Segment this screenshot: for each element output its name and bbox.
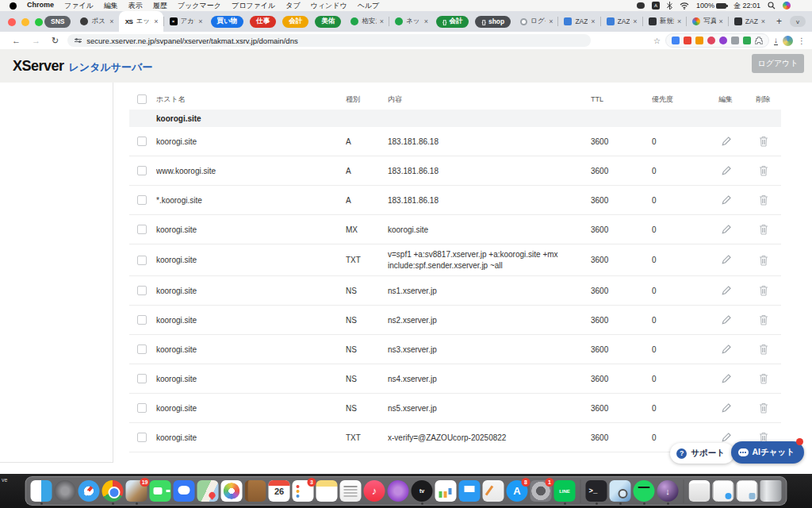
browser-tab-1[interactable]: ポスト× xyxy=(74,11,118,32)
edit-pencil-icon[interactable] xyxy=(718,163,733,179)
extensions-puzzle-icon[interactable] xyxy=(755,37,763,44)
row-checkbox[interactable] xyxy=(137,403,147,413)
chrome-menu-icon[interactable]: ⋮ xyxy=(798,37,806,45)
row-checkbox[interactable] xyxy=(137,344,147,354)
orange-extension-icon[interactable] xyxy=(695,37,703,44)
close-window-button[interactable] xyxy=(8,18,16,26)
dock-item-pages[interactable] xyxy=(483,480,504,502)
site-info-icon[interactable] xyxy=(75,39,82,42)
menubar-item-5[interactable]: ブックマーク xyxy=(178,1,221,11)
dock-item-installer[interactable]: ↓ xyxy=(657,480,679,502)
tab-close-icon[interactable]: × xyxy=(719,17,723,25)
dock-item-window-safari[interactable] xyxy=(713,480,734,502)
spotlight-search-icon[interactable] xyxy=(768,2,776,10)
camera-extension-icon[interactable] xyxy=(731,37,739,44)
translate-extension-icon[interactable] xyxy=(672,37,680,44)
row-checkbox[interactable] xyxy=(137,374,147,383)
menubar-item-1[interactable]: ファイル xyxy=(64,1,94,11)
tab-group-pill-買い物[interactable]: 買い物 xyxy=(211,16,244,28)
row-checkbox[interactable] xyxy=(137,256,147,265)
edit-pencil-icon[interactable] xyxy=(718,341,733,357)
dock-item-chrome[interactable] xyxy=(102,480,124,502)
new-tab-button[interactable]: + xyxy=(770,16,788,27)
tab-group-pill-会計[interactable]: 会計 xyxy=(282,16,308,28)
back-button[interactable]: ← xyxy=(6,36,26,45)
menubar-item-8[interactable]: ウィンドウ xyxy=(311,1,347,11)
browser-tab-14[interactable]: ZAZO× xyxy=(600,11,642,32)
dock-item-facetime[interactable] xyxy=(150,480,171,502)
tab-group-pill-SNS[interactable]: SNS xyxy=(44,16,71,28)
edit-pencil-icon[interactable] xyxy=(718,221,733,237)
row-checkbox[interactable] xyxy=(137,286,147,295)
edit-pencil-icon[interactable] xyxy=(718,192,733,208)
downloads-icon[interactable]: ↓ xyxy=(774,37,778,45)
profile-avatar[interactable] xyxy=(783,36,793,46)
edit-pencil-icon[interactable] xyxy=(718,371,733,387)
tab-close-icon[interactable]: × xyxy=(761,17,765,25)
browser-tab-8[interactable]: 格安ス× xyxy=(344,11,389,32)
clock[interactable]: 金 22:01 xyxy=(733,1,760,11)
purple-extension-icon[interactable] xyxy=(719,37,727,44)
apple-menu-icon[interactable] xyxy=(10,2,17,10)
dock-item-spotify[interactable] xyxy=(634,480,655,502)
dock-item-keynote[interactable] xyxy=(459,480,481,502)
dock-item-notes[interactable] xyxy=(316,480,338,502)
dock-item-settings[interactable]: 1 xyxy=(530,480,552,502)
row-checkbox[interactable] xyxy=(137,195,147,205)
support-button[interactable]: ? サポート xyxy=(670,443,734,464)
tab-close-icon[interactable]: × xyxy=(109,17,113,25)
dock-item-messages[interactable] xyxy=(174,480,195,502)
dock-item-textedit[interactable] xyxy=(340,480,362,502)
tab-close-icon[interactable]: × xyxy=(549,17,553,25)
dock-item-contacts[interactable] xyxy=(245,480,266,502)
minimize-window-button[interactable] xyxy=(21,18,29,26)
dock-item-music[interactable]: ♪ xyxy=(364,480,385,502)
row-checkbox[interactable] xyxy=(137,166,147,175)
delete-trash-icon[interactable] xyxy=(756,192,772,208)
browser-tab-3[interactable]: ×アカウ× xyxy=(163,11,208,32)
delete-trash-icon[interactable] xyxy=(756,371,772,387)
menubar-item-2[interactable]: 編集 xyxy=(104,1,118,11)
siri-icon[interactable] xyxy=(783,2,791,10)
dock-item-appletv[interactable]: tv xyxy=(412,480,433,502)
wifi-icon[interactable] xyxy=(680,2,689,10)
dock-item-preview[interactable] xyxy=(610,480,631,502)
tab-group-pill-会計[interactable]: {}会計 xyxy=(436,16,469,28)
forward-button[interactable]: → xyxy=(26,36,46,45)
dock-item-maps[interactable] xyxy=(197,480,219,502)
dock-item-reminders[interactable]: 3 xyxy=(293,480,314,502)
menubar-item-chrome[interactable]: Chrome xyxy=(27,1,54,11)
menubar-item-9[interactable]: ヘルプ xyxy=(358,1,380,11)
bluetooth-icon[interactable] xyxy=(667,2,672,10)
select-all-checkbox[interactable] xyxy=(137,94,147,104)
menubar-item-4[interactable]: 履歴 xyxy=(153,1,167,11)
dock-item-calendar[interactable]: 26 xyxy=(269,480,290,502)
browser-tab-17[interactable]: ZAZO× xyxy=(728,11,770,32)
dock-item-folder[interactable] xyxy=(689,480,710,502)
dock-item-line[interactable]: LINE xyxy=(554,480,576,502)
browser-tab-9[interactable]: ネット× xyxy=(389,11,433,32)
dock-item-numbers[interactable] xyxy=(435,480,457,502)
tab-close-icon[interactable]: × xyxy=(380,17,384,25)
menubar-item-6[interactable]: プロファイル xyxy=(232,1,275,11)
tab-close-icon[interactable]: × xyxy=(154,17,158,25)
tab-group-pill-美佑[interactable]: 美佑 xyxy=(315,16,341,28)
zoom-window-button[interactable] xyxy=(35,18,43,26)
red-circle-extension-icon[interactable] xyxy=(707,37,715,44)
delete-trash-icon[interactable] xyxy=(756,312,772,328)
tab-close-icon[interactable]: × xyxy=(424,17,428,25)
battery-status[interactable]: 100% xyxy=(696,2,726,10)
dock-item-photos[interactable] xyxy=(221,480,243,502)
row-checkbox[interactable] xyxy=(137,137,147,146)
browser-tab-13[interactable]: ZAZO× xyxy=(557,11,599,32)
delete-trash-icon[interactable] xyxy=(756,252,772,268)
delete-trash-icon[interactable] xyxy=(756,221,772,237)
edit-pencil-icon[interactable] xyxy=(718,312,733,328)
dock-item-terminal[interactable]: >_ xyxy=(586,480,607,502)
browser-tab-16[interactable]: 写真 -× xyxy=(686,11,728,32)
tab-close-icon[interactable]: × xyxy=(677,17,681,25)
browser-tab-12[interactable]: ログイ× xyxy=(514,11,557,32)
row-checkbox[interactable] xyxy=(137,315,147,325)
green-red-extension-icon[interactable] xyxy=(743,37,751,44)
dock-item-finder[interactable] xyxy=(31,480,52,502)
